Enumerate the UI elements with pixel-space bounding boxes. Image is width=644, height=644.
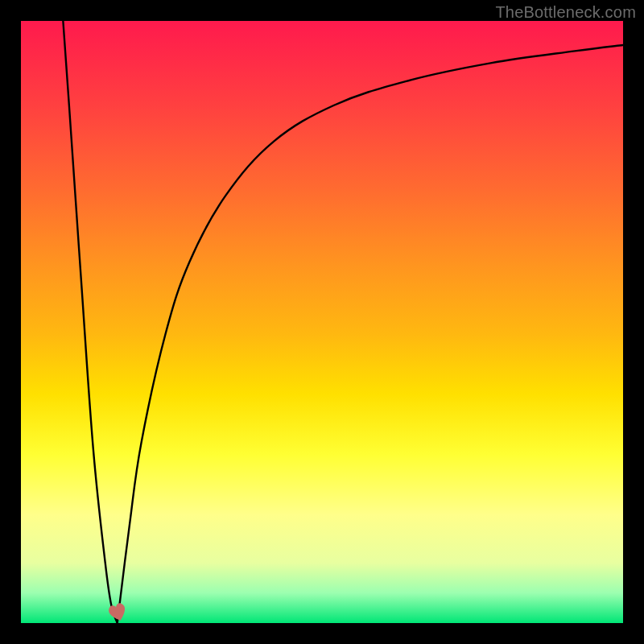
bottleneck-curve <box>21 21 623 623</box>
heart-icon <box>105 600 130 624</box>
curve-left-branch <box>63 21 117 623</box>
curve-right-branch <box>118 45 623 623</box>
watermark-text: TheBottleneck.com <box>495 3 636 22</box>
chart-frame: TheBottleneck.com <box>0 0 644 644</box>
plot-area <box>21 21 623 623</box>
